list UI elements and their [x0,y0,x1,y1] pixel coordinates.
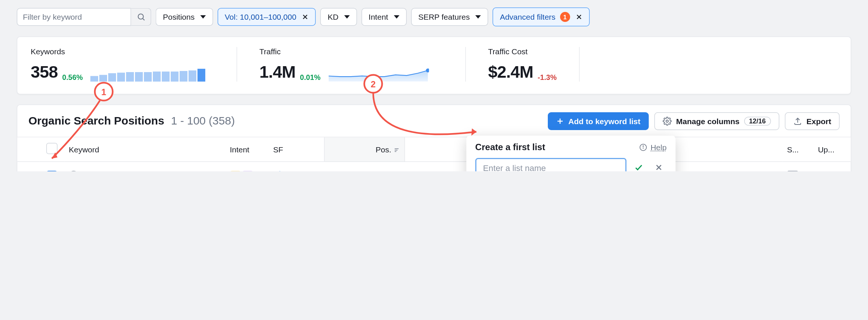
col-keyword[interactable]: Keyword [64,138,225,162]
metric-traffic-label: Traffic [260,47,443,56]
export-button[interactable]: Export [785,112,840,130]
row-expander[interactable] [23,171,34,172]
intent-badge-N: N [242,171,253,172]
keywords-sparkline [91,67,206,82]
svg-point-7 [95,83,113,101]
filter-positions[interactable]: Positions [156,8,213,26]
help-link[interactable]: Help [650,143,666,152]
filter-advanced-active[interactable]: Advanced filters 1 [493,7,589,26]
col-sf[interactable]: SF [269,138,324,162]
traffic-sparkline [328,65,429,82]
chevron-down-icon [475,15,481,19]
popover-title: Create a first list [475,142,545,152]
svg-text:1: 1 [101,87,106,97]
columns-count-badge: 12/16 [744,116,771,125]
chevron-down-icon [200,15,206,19]
metric-keywords-label: Keywords [31,47,215,56]
table-title: Organic Search Positions [29,114,164,127]
gear-icon [663,116,672,125]
check-icon [634,163,643,172]
cancel-list-button[interactable] [651,160,666,172]
chevron-down-icon [344,15,350,19]
metric-traffic-pct: 0.01% [300,73,321,82]
filter-intent-label: Intent [369,13,388,22]
filter-kd[interactable]: KD [320,8,357,26]
intent-badge-I: I [230,171,241,172]
filter-volume-active[interactable]: Vol: 10,001–100,000 [218,8,316,26]
keyword-filter-input[interactable] [17,8,131,26]
sort-icon [393,147,400,153]
list-name-input[interactable] [475,158,627,171]
col-pos[interactable]: Pos. [324,138,405,162]
close-icon[interactable] [302,14,309,20]
metric-keywords-value: 358 [31,63,58,82]
filter-serp-label: SERP features [418,13,470,22]
search-icon [136,13,145,22]
metric-keywords-pct: 0.56% [62,73,83,82]
plus-icon [556,117,564,125]
col-intent[interactable]: Intent [225,138,269,162]
svg-point-17 [643,145,644,146]
upload-icon [793,116,802,125]
link-icon [273,171,283,172]
filter-intent[interactable]: Intent [361,8,407,26]
filter-advanced-label: Advanced filters [500,13,555,22]
table-range: 1 - 100 (358) [171,114,235,127]
metric-traffic-value: 1.4M [260,63,296,82]
col-serp[interactable]: S... [782,138,813,162]
metric-cost-label: Traffic Cost [488,47,557,56]
select-all-checkbox[interactable] [46,143,58,154]
close-icon[interactable] [576,14,582,20]
filter-kd-label: KD [328,13,338,22]
filter-volume-label: Vol: 10,001–100,000 [225,13,296,22]
filter-positions-label: Positions [163,13,195,22]
create-list-popover: Create a first list Help [466,135,676,171]
svg-line-1 [142,19,144,20]
row-checkbox[interactable] [46,171,58,172]
metric-cost-pct: -1.3% [538,73,557,82]
serp-preview-button[interactable] [787,171,798,172]
metric-cost-value: $2.4M [488,63,533,82]
col-updated[interactable]: Up... [813,138,851,162]
add-to-keyword-list-button[interactable]: Add to keyword list [548,112,649,130]
close-icon [655,164,663,171]
filter-serp-features[interactable]: SERP features [411,8,488,26]
keyword-filter-search-button[interactable] [131,8,151,26]
confirm-list-button[interactable] [631,160,646,172]
chevron-down-icon [394,15,399,19]
table-row: + ny times sudoku » IN +21 → 11.6 www.ny… [17,162,851,171]
add-keyword-icon[interactable]: + [69,171,79,172]
manage-columns-button[interactable]: Manage columns 12/16 [655,112,779,130]
info-icon [639,143,647,151]
filter-advanced-count: 1 [560,12,570,22]
svg-point-13 [666,120,668,122]
svg-point-0 [138,14,143,19]
results-table: Keyword Intent SF Pos. P... URL [17,138,851,172]
